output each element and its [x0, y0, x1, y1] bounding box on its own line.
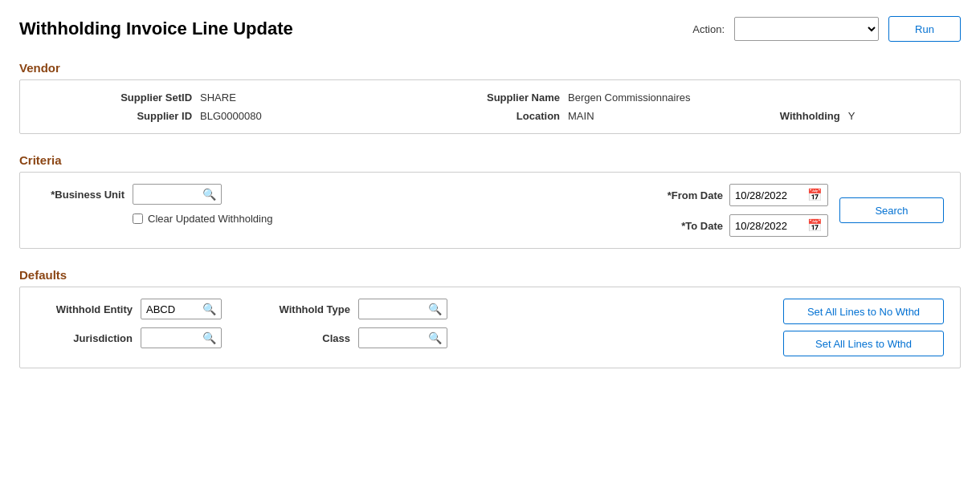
supplier-setid-value: SHARE — [200, 91, 346, 104]
vendor-box: Supplier SetID SHARE Supplier Name Berge… — [19, 79, 961, 134]
jurisdiction-search-icon[interactable]: 🔍 — [198, 328, 221, 348]
defaults-section-title: Defaults — [19, 268, 961, 282]
date-fields: *From Date 📅 *To Date 📅 — [651, 184, 828, 237]
withhold-entity-input-wrap: 🔍 — [141, 299, 222, 319]
class-label: Class — [270, 332, 350, 344]
location-value: MAIN — [568, 110, 683, 122]
to-date-calendar-icon[interactable]: 📅 — [802, 215, 827, 236]
criteria-inner: *Business Unit 🔍 Clear Updated Withholdi… — [36, 184, 944, 237]
business-unit-input[interactable] — [133, 185, 198, 204]
withhold-entity-label: Withhold Entity — [36, 303, 133, 315]
class-input[interactable] — [359, 329, 423, 348]
withhold-type-input[interactable] — [359, 300, 423, 319]
page-title: Withholding Invoice Line Update — [19, 18, 692, 39]
from-date-row: *From Date 📅 — [651, 184, 828, 206]
set-no-wthd-button[interactable]: Set All Lines to No Wthd — [783, 299, 944, 324]
vendor-section-title: Vendor — [19, 61, 961, 75]
withhold-entity-input[interactable] — [141, 300, 198, 319]
jurisdiction-row: Jurisdiction 🔍 Class 🔍 — [36, 327, 767, 348]
withhold-entity-row: Withhold Entity 🔍 Withhold Type 🔍 — [36, 299, 767, 319]
supplier-name-label: Supplier Name — [402, 91, 560, 104]
business-unit-input-wrap: 🔍 — [133, 184, 222, 205]
withhold-entity-search-icon[interactable]: 🔍 — [198, 299, 221, 319]
jurisdiction-input[interactable] — [141, 329, 198, 348]
withholding-label: Withholding — [691, 110, 840, 122]
business-unit-row: *Business Unit 🔍 — [36, 184, 619, 205]
criteria-right: *From Date 📅 *To Date 📅 — [651, 184, 944, 237]
withhold-type-label: Withhold Type — [270, 303, 350, 315]
to-date-row: *To Date 📅 — [651, 214, 828, 237]
from-date-calendar-icon[interactable]: 📅 — [802, 185, 827, 205]
criteria-left: *Business Unit 🔍 Clear Updated Withholdi… — [36, 184, 619, 225]
clear-updated-checkbox[interactable] — [133, 213, 143, 224]
defaults-section: Defaults Withhold Entity 🔍 Withhold Type… — [19, 268, 961, 368]
from-date-label: *From Date — [651, 189, 723, 201]
action-select[interactable] — [734, 17, 879, 41]
withholding-value: Y — [848, 110, 944, 122]
run-button[interactable]: Run — [888, 16, 961, 42]
supplier-id-value: BLG0000080 — [200, 110, 346, 122]
to-date-label: *To Date — [651, 220, 723, 232]
business-unit-search-icon[interactable]: 🔍 — [198, 185, 221, 204]
set-wthd-button[interactable]: Set All Lines to Wthd — [783, 331, 944, 356]
jurisdiction-label: Jurisdiction — [36, 332, 133, 344]
supplier-setid-label: Supplier SetID — [36, 91, 192, 104]
defaults-fields: Withhold Entity 🔍 Withhold Type 🔍 Jurisd… — [36, 299, 767, 348]
business-unit-label: *Business Unit — [36, 189, 125, 201]
clear-updated-row: Clear Updated Withholding — [36, 213, 619, 225]
to-date-wrap: 📅 — [729, 214, 828, 237]
page-header: Withholding Invoice Line Update Action: … — [19, 16, 961, 42]
criteria-section-title: Criteria — [19, 153, 961, 167]
vendor-section: Vendor Supplier SetID SHARE Supplier Nam… — [19, 61, 961, 134]
search-btn-wrap: Search — [839, 197, 944, 223]
jurisdiction-input-wrap: 🔍 — [141, 327, 222, 348]
supplier-name-value: Bergen Commissionnaires — [568, 91, 944, 104]
criteria-box: *Business Unit 🔍 Clear Updated Withholdi… — [19, 172, 961, 249]
location-label: Location — [402, 110, 560, 122]
supplier-id-label: Supplier ID — [36, 110, 192, 122]
class-input-wrap: 🔍 — [358, 327, 447, 348]
defaults-buttons: Set All Lines to No Wthd Set All Lines t… — [783, 299, 944, 356]
defaults-box: Withhold Entity 🔍 Withhold Type 🔍 Jurisd… — [19, 287, 961, 368]
class-search-icon[interactable]: 🔍 — [423, 328, 447, 348]
search-button[interactable]: Search — [839, 197, 944, 223]
from-date-wrap: 📅 — [729, 184, 828, 206]
defaults-inner: Withhold Entity 🔍 Withhold Type 🔍 Jurisd… — [36, 299, 944, 356]
criteria-section: Criteria *Business Unit 🔍 Clear Updated … — [19, 153, 961, 249]
withhold-type-search-icon[interactable]: 🔍 — [423, 299, 447, 319]
from-date-input[interactable] — [730, 186, 802, 205]
action-label: Action: — [692, 23, 725, 35]
action-area: Action: Run — [692, 16, 961, 42]
vendor-grid: Supplier SetID SHARE Supplier Name Berge… — [36, 91, 944, 122]
withhold-type-input-wrap: 🔍 — [358, 299, 447, 319]
clear-updated-label[interactable]: Clear Updated Withholding — [133, 213, 272, 225]
to-date-input[interactable] — [730, 217, 802, 235]
